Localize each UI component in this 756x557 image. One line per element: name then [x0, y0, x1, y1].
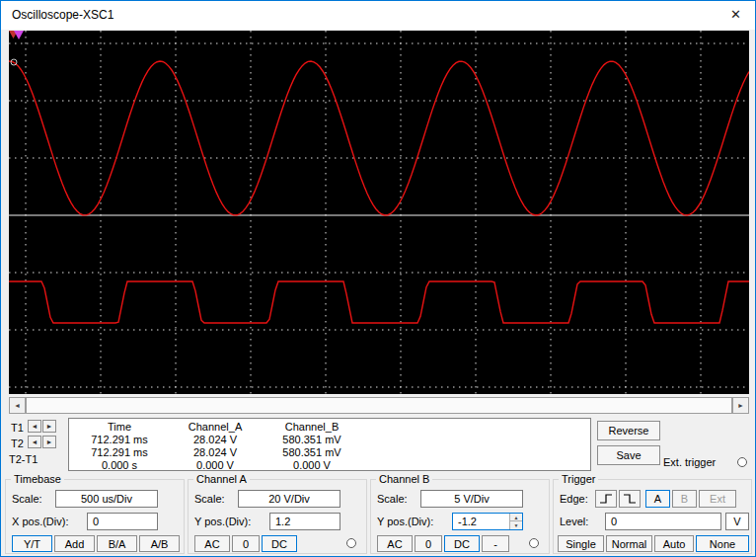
- channel-a-ypos-label: Y pos.(Div):: [194, 513, 251, 530]
- trace-channel-a: [9, 61, 749, 215]
- t1-cursor-marker-icon[interactable]: [14, 31, 24, 40]
- t2-channel-a-value: 28.024 V: [170, 446, 261, 459]
- trigger-normal-button[interactable]: Normal: [606, 535, 652, 552]
- scope-svg: [9, 31, 749, 394]
- oscilloscope-window: Oscilloscope-XSC1 ✕ ◄ ► T1 ◄ ► T2 ◄ ► T2…: [0, 0, 756, 557]
- channel-b-radio[interactable]: [529, 538, 539, 548]
- reverse-button[interactable]: Reverse: [597, 421, 660, 440]
- trace-channel-b: [9, 281, 749, 323]
- timebase-title: Timebase: [11, 473, 64, 485]
- timebase-scale-input[interactable]: 500 us/Div: [55, 490, 158, 508]
- channel-b-ac-button[interactable]: AC: [377, 535, 413, 552]
- trigger-group: Trigger Edge: A B Ext Level: 0 V Single …: [553, 479, 752, 554]
- measurement-header-row: Time Channel_A Channel_B: [69, 421, 590, 434]
- trigger-single-button[interactable]: Single: [558, 535, 604, 552]
- falling-edge-icon: [622, 492, 638, 506]
- t1-channel-a-value: 28.024 V: [170, 434, 261, 446]
- t2-time-value: 712.291 ms: [69, 446, 170, 459]
- ba-mode-button[interactable]: B/A: [97, 535, 137, 552]
- trigger-auto-button[interactable]: Auto: [654, 535, 694, 552]
- time-column-header: Time: [69, 421, 170, 434]
- scope-scrollbar[interactable]: ◄ ►: [9, 397, 749, 414]
- rising-edge-icon: [598, 492, 614, 506]
- save-button[interactable]: Save: [597, 445, 660, 465]
- ext-trigger-label: Ext. trigger: [663, 453, 716, 471]
- channel-a-zero-button[interactable]: 0: [232, 535, 260, 552]
- t2-right-button[interactable]: ►: [42, 436, 56, 448]
- channel-b-ypos-label: Y pos.(Div):: [377, 513, 433, 530]
- trigger-source-a-button[interactable]: A: [645, 490, 670, 508]
- channel-a-column-header: Channel_A: [170, 421, 261, 434]
- close-icon[interactable]: ✕: [730, 7, 741, 22]
- channel-b-column-header: Channel_B: [261, 421, 363, 434]
- titlebar: Oscilloscope-XSC1 ✕: [1, 1, 755, 30]
- falling-edge-button[interactable]: [619, 490, 641, 508]
- trigger-source-ext-button[interactable]: Ext: [699, 490, 736, 508]
- timebase-group: Timebase Scale: 500 us/Div X pos.(Div): …: [5, 479, 185, 554]
- t1-right-button[interactable]: ►: [42, 420, 56, 433]
- scroll-right-button[interactable]: ►: [732, 397, 749, 414]
- add-mode-button[interactable]: Add: [54, 535, 95, 552]
- channel-b-group: Channel B Scale: 5 V/Div Y pos.(Div): -1…: [370, 479, 550, 554]
- channel-b-dc-button[interactable]: DC: [444, 535, 480, 552]
- t1-left-button[interactable]: ◄: [28, 420, 41, 433]
- spinner-up-icon[interactable]: ▲: [510, 514, 522, 521]
- channel-a-dc-button[interactable]: DC: [262, 535, 297, 552]
- t2-channel-b-value: 580.351 mV: [261, 446, 363, 459]
- timebase-scale-label: Scale:: [12, 490, 42, 508]
- t1-time-value: 712.291 ms: [69, 434, 170, 446]
- channel-a-ypos-input[interactable]: 1.2: [269, 513, 340, 530]
- trigger-level-label: Level:: [560, 513, 588, 530]
- channel-a-scale-label: Scale:: [194, 490, 225, 508]
- dt-channel-b-value: 0.000 V: [261, 459, 363, 471]
- yt-mode-button[interactable]: Y/T: [12, 535, 52, 552]
- timebase-xpos-input[interactable]: 0: [87, 513, 158, 530]
- ab-mode-button[interactable]: A/B: [139, 535, 180, 552]
- channel-a-radio[interactable]: [346, 538, 356, 548]
- t1-measurement-row: 712.291 ms 28.024 V 580.351 mV: [69, 434, 590, 446]
- channel-a-group: Channel A Scale: 20 V/Div Y pos.(Div): 1…: [188, 479, 367, 554]
- channel-b-ypos-value: -1.2: [458, 516, 477, 527]
- scope-display: [9, 31, 749, 394]
- dt-channel-a-value: 0.000 V: [170, 459, 261, 471]
- t2-t1-label: T2-T1: [9, 450, 38, 468]
- channel-b-scale-input[interactable]: 5 V/Div: [420, 490, 523, 508]
- ext-trigger-radio[interactable]: [737, 457, 747, 467]
- t2-left-button[interactable]: ◄: [28, 436, 41, 448]
- t1-channel-b-value: 580.351 mV: [261, 434, 363, 446]
- channel-b-zero-button[interactable]: 0: [415, 535, 442, 552]
- t2-t1-measurement-row: 0.000 s 0.000 V 0.000 V: [69, 459, 590, 471]
- trigger-none-button[interactable]: None: [696, 535, 749, 552]
- channel-b-invert-button[interactable]: -: [482, 535, 509, 552]
- trigger-level-unit-select[interactable]: V: [725, 513, 749, 530]
- measurement-table: Time Channel_A Channel_B 712.291 ms 28.0…: [68, 418, 591, 471]
- channel-b-ypos-input[interactable]: -1.2 ▲ ▼: [452, 513, 523, 530]
- channel-a-scale-input[interactable]: 20 V/Div: [238, 490, 340, 508]
- trigger-level-input[interactable]: 0: [605, 513, 721, 530]
- window-title: Oscilloscope-XSC1: [12, 8, 113, 22]
- dt-time-value: 0.000 s: [69, 459, 170, 471]
- channel-b-scale-label: Scale:: [377, 490, 408, 508]
- channel-b-title: Channel B: [376, 473, 432, 485]
- channel-a-ac-button[interactable]: AC: [194, 535, 230, 552]
- channel-a-title: Channel A: [193, 473, 250, 485]
- t2-measurement-row: 712.291 ms 28.024 V 580.351 mV: [69, 446, 590, 459]
- trigger-title: Trigger: [559, 473, 598, 485]
- trigger-source-b-button[interactable]: B: [672, 490, 697, 508]
- ypos-spinner: ▲ ▼: [509, 514, 522, 529]
- rising-edge-button[interactable]: [595, 490, 617, 508]
- timebase-xpos-label: X pos.(Div):: [12, 513, 68, 530]
- scroll-left-button[interactable]: ◄: [9, 397, 26, 414]
- spinner-down-icon[interactable]: ▼: [510, 521, 522, 529]
- scroll-thumb[interactable]: [26, 397, 732, 414]
- trigger-edge-label: Edge:: [560, 490, 588, 508]
